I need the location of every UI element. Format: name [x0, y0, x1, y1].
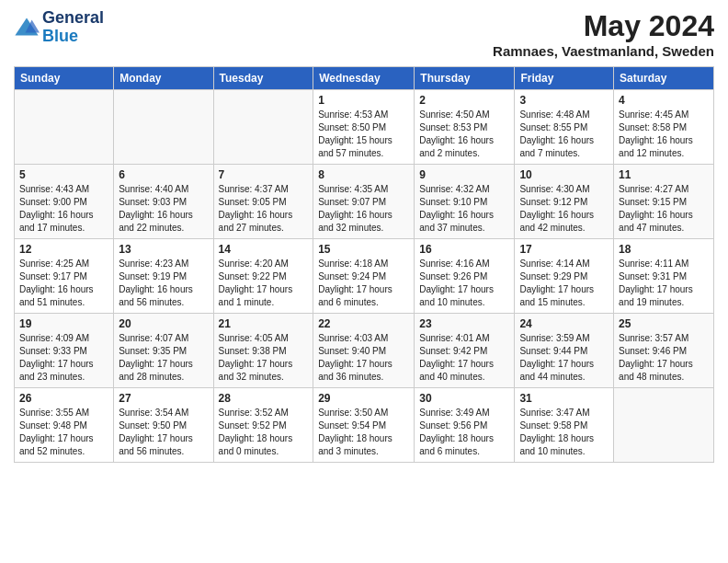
calendar-cell: 24Sunrise: 3:59 AMSunset: 9:44 PMDayligh… — [515, 314, 614, 388]
day-info: Sunrise: 4:25 AMSunset: 9:17 PMDaylight:… — [19, 258, 108, 309]
calendar-cell: 25Sunrise: 3:57 AMSunset: 9:46 PMDayligh… — [614, 314, 714, 388]
col-saturday: Saturday — [614, 67, 714, 90]
calendar-week-2: 5Sunrise: 4:43 AMSunset: 9:00 PMDaylight… — [15, 165, 714, 239]
calendar-cell: 29Sunrise: 3:50 AMSunset: 9:54 PMDayligh… — [313, 388, 415, 463]
calendar-cell: 10Sunrise: 4:30 AMSunset: 9:12 PMDayligh… — [515, 165, 614, 239]
calendar-cell: 8Sunrise: 4:35 AMSunset: 9:07 PMDaylight… — [313, 165, 415, 239]
day-number: 21 — [219, 317, 309, 330]
calendar-cell: 28Sunrise: 3:52 AMSunset: 9:52 PMDayligh… — [213, 388, 313, 463]
day-info: Sunrise: 4:43 AMSunset: 9:00 PMDaylight:… — [19, 183, 108, 235]
calendar-cell: 5Sunrise: 4:43 AMSunset: 9:00 PMDaylight… — [15, 165, 114, 239]
day-info: Sunrise: 4:07 AMSunset: 9:35 PMDaylight:… — [119, 332, 208, 384]
calendar: Sunday Monday Tuesday Wednesday Thursday… — [14, 66, 714, 463]
day-info: Sunrise: 4:32 AMSunset: 9:10 PMDaylight:… — [419, 183, 509, 235]
day-info: Sunrise: 3:50 AMSunset: 9:54 PMDaylight:… — [318, 407, 409, 458]
day-info: Sunrise: 4:14 AMSunset: 9:29 PMDaylight:… — [519, 258, 609, 309]
day-info: Sunrise: 4:18 AMSunset: 9:24 PMDaylight:… — [318, 258, 409, 309]
calendar-cell: 9Sunrise: 4:32 AMSunset: 9:10 PMDaylight… — [415, 165, 515, 239]
calendar-week-3: 12Sunrise: 4:25 AMSunset: 9:17 PMDayligh… — [15, 239, 714, 314]
day-number: 9 — [419, 168, 509, 181]
calendar-week-5: 26Sunrise: 3:55 AMSunset: 9:48 PMDayligh… — [15, 388, 714, 463]
day-info: Sunrise: 3:49 AMSunset: 9:56 PMDaylight:… — [419, 407, 509, 458]
col-monday: Monday — [114, 67, 213, 90]
calendar-cell: 14Sunrise: 4:20 AMSunset: 9:22 PMDayligh… — [213, 239, 313, 314]
day-number: 17 — [519, 243, 609, 256]
day-info: Sunrise: 4:35 AMSunset: 9:07 PMDaylight:… — [318, 183, 409, 235]
calendar-cell: 12Sunrise: 4:25 AMSunset: 9:17 PMDayligh… — [15, 239, 114, 314]
calendar-cell: 17Sunrise: 4:14 AMSunset: 9:29 PMDayligh… — [515, 239, 614, 314]
day-number: 16 — [419, 243, 509, 256]
logo: General Blue — [14, 9, 104, 46]
day-info: Sunrise: 4:50 AMSunset: 8:53 PMDaylight:… — [419, 109, 509, 160]
calendar-header-row: Sunday Monday Tuesday Wednesday Thursday… — [15, 67, 714, 90]
calendar-cell — [15, 90, 114, 165]
calendar-cell: 30Sunrise: 3:49 AMSunset: 9:56 PMDayligh… — [415, 388, 515, 463]
calendar-cell: 18Sunrise: 4:11 AMSunset: 9:31 PMDayligh… — [614, 239, 714, 314]
day-number: 25 — [619, 317, 709, 330]
day-info: Sunrise: 3:59 AMSunset: 9:44 PMDaylight:… — [519, 332, 609, 384]
day-number: 14 — [219, 243, 309, 256]
day-number: 18 — [619, 243, 709, 256]
calendar-week-4: 19Sunrise: 4:09 AMSunset: 9:33 PMDayligh… — [15, 314, 714, 388]
calendar-cell: 11Sunrise: 4:27 AMSunset: 9:15 PMDayligh… — [614, 165, 714, 239]
day-info: Sunrise: 4:30 AMSunset: 9:12 PMDaylight:… — [519, 183, 609, 235]
day-info: Sunrise: 4:03 AMSunset: 9:40 PMDaylight:… — [318, 332, 409, 384]
day-number: 2 — [419, 94, 509, 107]
day-number: 26 — [19, 392, 108, 405]
calendar-cell: 6Sunrise: 4:40 AMSunset: 9:03 PMDaylight… — [114, 165, 213, 239]
calendar-cell: 15Sunrise: 4:18 AMSunset: 9:24 PMDayligh… — [313, 239, 415, 314]
day-info: Sunrise: 4:20 AMSunset: 9:22 PMDaylight:… — [219, 258, 309, 309]
month-title: May 2024 — [493, 9, 714, 43]
day-info: Sunrise: 3:54 AMSunset: 9:50 PMDaylight:… — [119, 407, 208, 458]
day-info: Sunrise: 4:09 AMSunset: 9:33 PMDaylight:… — [19, 332, 108, 384]
col-thursday: Thursday — [415, 67, 515, 90]
day-info: Sunrise: 4:48 AMSunset: 8:55 PMDaylight:… — [519, 109, 609, 160]
day-info: Sunrise: 4:16 AMSunset: 9:26 PMDaylight:… — [419, 258, 509, 309]
day-number: 29 — [318, 392, 409, 405]
day-number: 4 — [619, 94, 709, 107]
day-number: 28 — [219, 392, 309, 405]
calendar-cell: 31Sunrise: 3:47 AMSunset: 9:58 PMDayligh… — [515, 388, 614, 463]
day-number: 20 — [119, 317, 208, 330]
calendar-cell: 13Sunrise: 4:23 AMSunset: 9:19 PMDayligh… — [114, 239, 213, 314]
day-number: 5 — [19, 168, 108, 181]
logo-line1: General — [42, 9, 104, 28]
day-number: 7 — [219, 168, 309, 181]
day-number: 19 — [19, 317, 108, 330]
day-number: 3 — [519, 94, 609, 107]
day-number: 23 — [419, 317, 509, 330]
day-info: Sunrise: 4:45 AMSunset: 8:58 PMDaylight:… — [619, 109, 709, 160]
calendar-cell — [614, 388, 714, 463]
day-number: 6 — [119, 168, 208, 181]
col-sunday: Sunday — [15, 67, 114, 90]
calendar-cell: 20Sunrise: 4:07 AMSunset: 9:35 PMDayligh… — [114, 314, 213, 388]
calendar-cell: 19Sunrise: 4:09 AMSunset: 9:33 PMDayligh… — [15, 314, 114, 388]
logo-text: General Blue — [42, 9, 104, 46]
day-info: Sunrise: 4:05 AMSunset: 9:38 PMDaylight:… — [219, 332, 309, 384]
day-number: 27 — [119, 392, 208, 405]
col-wednesday: Wednesday — [313, 67, 415, 90]
day-number: 22 — [318, 317, 409, 330]
calendar-cell: 4Sunrise: 4:45 AMSunset: 8:58 PMDaylight… — [614, 90, 714, 165]
col-tuesday: Tuesday — [213, 67, 313, 90]
calendar-cell: 23Sunrise: 4:01 AMSunset: 9:42 PMDayligh… — [415, 314, 515, 388]
day-number: 30 — [419, 392, 509, 405]
location-title: Ramnaes, Vaestmanland, Sweden — [493, 43, 714, 59]
page: General Blue May 2024 Ramnaes, Vaestmanl… — [0, 0, 728, 472]
calendar-week-1: 1Sunrise: 4:53 AMSunset: 8:50 PMDaylight… — [15, 90, 714, 165]
day-info: Sunrise: 3:47 AMSunset: 9:58 PMDaylight:… — [519, 407, 609, 458]
title-area: May 2024 Ramnaes, Vaestmanland, Sweden — [493, 9, 714, 59]
calendar-cell: 26Sunrise: 3:55 AMSunset: 9:48 PMDayligh… — [15, 388, 114, 463]
calendar-cell: 21Sunrise: 4:05 AMSunset: 9:38 PMDayligh… — [213, 314, 313, 388]
day-info: Sunrise: 4:40 AMSunset: 9:03 PMDaylight:… — [119, 183, 208, 235]
day-info: Sunrise: 3:52 AMSunset: 9:52 PMDaylight:… — [219, 407, 309, 458]
calendar-cell: 22Sunrise: 4:03 AMSunset: 9:40 PMDayligh… — [313, 314, 415, 388]
day-number: 1 — [318, 94, 409, 107]
day-number: 10 — [519, 168, 609, 181]
day-info: Sunrise: 4:01 AMSunset: 9:42 PMDaylight:… — [419, 332, 509, 384]
calendar-cell: 16Sunrise: 4:16 AMSunset: 9:26 PMDayligh… — [415, 239, 515, 314]
calendar-cell — [213, 90, 313, 165]
day-info: Sunrise: 4:11 AMSunset: 9:31 PMDaylight:… — [619, 258, 709, 309]
header: General Blue May 2024 Ramnaes, Vaestmanl… — [14, 9, 714, 59]
col-friday: Friday — [515, 67, 614, 90]
